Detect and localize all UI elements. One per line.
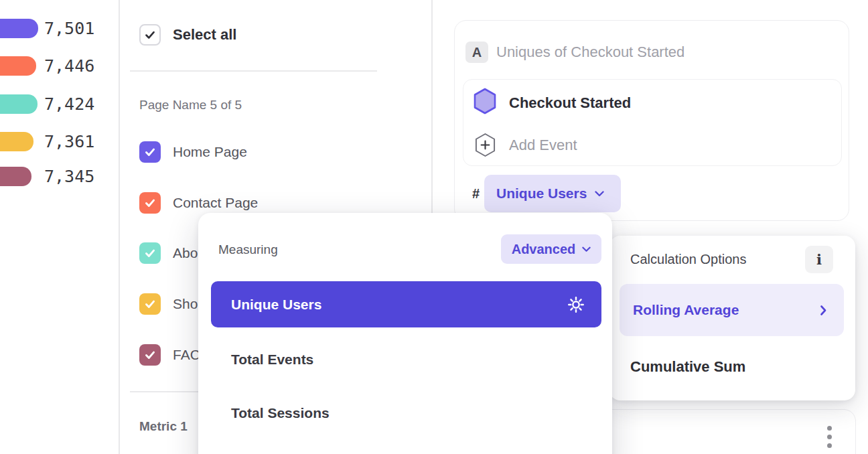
series-value: 7,345 [44,167,94,186]
divider-horizontal [130,70,377,72]
analytics-screen: 7,501 7,446 7,424 7,361 7,345 Select all [0,0,868,454]
menu-item-total-sessions[interactable]: Total Sessions [231,391,330,435]
calculation-options-popup: Calculation Options i Rolling Average Cu… [609,236,855,400]
chevron-down-icon [595,191,604,197]
aggregation-dropdown[interactable]: Unique Users [484,175,621,212]
series-bar [0,19,38,38]
kebab-dot [827,426,832,431]
info-icon[interactable]: i [805,246,833,273]
check-icon [143,246,157,260]
menu-item-unique-users-selected[interactable]: Unique Users [211,281,601,327]
kebab-dot [827,435,832,439]
aggregation-symbol: # [472,184,480,203]
legend-item: 7,361 [0,132,119,151]
legend-item: 7,446 [0,56,119,76]
series-bar [0,132,33,151]
divider-vertical [119,0,120,454]
advanced-dropdown[interactable]: Advanced [501,234,601,264]
checkbox-faq-page[interactable] [139,344,161,366]
check-icon [143,297,157,311]
chevron-down-icon [582,246,591,252]
legend-item: 7,424 [0,94,119,114]
menu-item-label: Unique Users [231,297,567,313]
measuring-popup: Measuring Advanced Unique Users Total Ev… [198,213,612,454]
add-event-icon[interactable] [474,133,496,157]
select-all-checkbox[interactable] [139,24,161,46]
checkbox-contact-page[interactable] [139,192,161,214]
checkbox-label: Sho [173,293,198,315]
series-value: 7,424 [44,94,94,114]
advanced-label: Advanced [512,242,576,257]
series-value: 7,361 [44,132,94,151]
checkbox-about-page[interactable] [139,242,161,264]
menu-item-rolling-average[interactable]: Rolling Average [620,284,844,336]
check-icon [143,196,157,210]
event-hexagon-icon [473,88,497,115]
metric-label: Metric 1 [139,419,188,434]
metric-card-a: A Uniques of Checkout Started Checkout S… [454,20,849,221]
chevron-right-icon [820,305,826,315]
kebab-menu-icon[interactable] [827,426,834,452]
calculation-options-title: Calculation Options [630,246,746,273]
checkbox-label: Contact Page [173,192,258,214]
series-bar [0,167,31,186]
legend-item: 7,345 [0,167,119,186]
metric-row-badge: A [465,42,488,63]
check-icon [143,145,157,159]
aggregation-value: Unique Users [496,185,587,202]
checkbox-home-page[interactable] [139,141,161,163]
series-bar [0,56,36,76]
select-all-label: Select all [173,24,236,46]
menu-item-total-events[interactable]: Total Events [231,337,313,382]
add-event-label[interactable]: Add Event [509,132,577,159]
series-value: 7,501 [44,19,94,38]
filter-group-label: Page Name 5 of 5 [139,98,242,112]
measuring-title: Measuring [218,242,278,257]
checkbox-label: Abo [173,242,198,264]
event-name[interactable]: Checkout Started [509,90,631,117]
legend-item: 7,501 [0,19,119,38]
series-bar [0,94,38,114]
kebab-dot [827,443,832,448]
check-icon [143,348,157,362]
metric-title-input[interactable]: Uniques of Checkout Started [496,42,684,63]
menu-item-label: Rolling Average [633,302,820,318]
event-card: Checkout Started Add Event [463,79,842,166]
menu-item-cumulative-sum[interactable]: Cumulative Sum [630,351,745,383]
gear-icon[interactable] [567,295,585,314]
check-icon [143,28,157,42]
checkbox-shop-page[interactable] [139,293,161,315]
checkbox-label: Home Page [173,141,247,163]
checkbox-label: FAC [173,344,200,366]
series-value: 7,446 [44,56,94,76]
